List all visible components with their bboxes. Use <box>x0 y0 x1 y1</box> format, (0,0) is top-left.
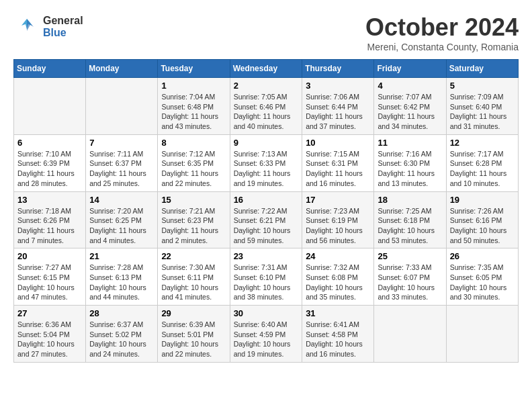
day-info: Sunrise: 7:33 AM Sunset: 6:07 PM Dayligh… <box>378 263 442 302</box>
day-number: 7 <box>89 138 154 148</box>
logo-blue-text: Blue <box>43 27 83 39</box>
calendar-cell: 21Sunrise: 7:28 AM Sunset: 6:13 PM Dayli… <box>86 248 158 306</box>
day-info: Sunrise: 7:10 AM Sunset: 6:39 PM Dayligh… <box>17 149 82 189</box>
calendar-cell: 15Sunrise: 7:21 AM Sunset: 6:23 PM Dayli… <box>158 191 230 248</box>
week-row-1: 1Sunrise: 7:04 AM Sunset: 6:48 PM Daylig… <box>14 78 519 135</box>
header-day-thursday: Thursday <box>302 60 374 78</box>
day-number: 3 <box>306 81 370 91</box>
day-number: 2 <box>234 81 299 91</box>
day-info: Sunrise: 6:37 AM Sunset: 5:02 PM Dayligh… <box>89 320 154 359</box>
calendar-cell: 27Sunrise: 6:36 AM Sunset: 5:04 PM Dayli… <box>14 306 86 363</box>
header-day-friday: Friday <box>374 60 446 78</box>
day-number: 23 <box>234 251 299 261</box>
day-number: 21 <box>89 251 154 261</box>
calendar-cell: 14Sunrise: 7:20 AM Sunset: 6:25 PM Dayli… <box>86 191 158 248</box>
day-number: 5 <box>450 81 515 91</box>
day-info: Sunrise: 7:23 AM Sunset: 6:19 PM Dayligh… <box>306 206 370 246</box>
day-info: Sunrise: 7:15 AM Sunset: 6:31 PM Dayligh… <box>306 149 370 189</box>
day-number: 24 <box>306 251 370 261</box>
week-row-5: 27Sunrise: 6:36 AM Sunset: 5:04 PM Dayli… <box>14 306 519 363</box>
page-header: General Blue October 2024 Mereni, Consta… <box>13 13 519 52</box>
calendar-cell: 9Sunrise: 7:13 AM Sunset: 6:33 PM Daylig… <box>230 134 302 191</box>
week-row-2: 6Sunrise: 7:10 AM Sunset: 6:39 PM Daylig… <box>14 134 519 191</box>
calendar-cell: 12Sunrise: 7:17 AM Sunset: 6:28 PM Dayli… <box>446 134 518 191</box>
day-number: 27 <box>17 308 82 318</box>
calendar-cell: 10Sunrise: 7:15 AM Sunset: 6:31 PM Dayli… <box>302 134 374 191</box>
day-info: Sunrise: 7:17 AM Sunset: 6:28 PM Dayligh… <box>450 149 515 189</box>
calendar-body: 1Sunrise: 7:04 AM Sunset: 6:48 PM Daylig… <box>14 78 519 363</box>
day-info: Sunrise: 7:35 AM Sunset: 6:05 PM Dayligh… <box>450 263 515 302</box>
day-number: 10 <box>306 138 370 148</box>
title-section: October 2024 Mereni, Constanta County, R… <box>365 13 519 52</box>
calendar-cell: 26Sunrise: 7:35 AM Sunset: 6:05 PM Dayli… <box>446 248 518 306</box>
calendar-cell: 22Sunrise: 7:30 AM Sunset: 6:11 PM Dayli… <box>158 248 230 306</box>
day-info: Sunrise: 6:41 AM Sunset: 4:58 PM Dayligh… <box>306 320 370 359</box>
day-info: Sunrise: 7:07 AM Sunset: 6:42 PM Dayligh… <box>378 92 442 132</box>
calendar-cell: 13Sunrise: 7:18 AM Sunset: 6:26 PM Dayli… <box>14 191 86 248</box>
header-row: SundayMondayTuesdayWednesdayThursdayFrid… <box>14 60 519 78</box>
day-info: Sunrise: 7:09 AM Sunset: 6:40 PM Dayligh… <box>450 92 515 132</box>
day-info: Sunrise: 7:04 AM Sunset: 6:48 PM Dayligh… <box>161 92 226 132</box>
day-info: Sunrise: 7:13 AM Sunset: 6:33 PM Dayligh… <box>234 149 299 189</box>
day-info: Sunrise: 7:22 AM Sunset: 6:21 PM Dayligh… <box>234 206 299 246</box>
day-info: Sunrise: 7:18 AM Sunset: 6:26 PM Dayligh… <box>17 206 82 246</box>
calendar-cell: 11Sunrise: 7:16 AM Sunset: 6:30 PM Dayli… <box>374 134 446 191</box>
day-info: Sunrise: 7:32 AM Sunset: 6:08 PM Dayligh… <box>306 263 370 302</box>
calendar-cell: 6Sunrise: 7:10 AM Sunset: 6:39 PM Daylig… <box>14 134 86 191</box>
day-number: 30 <box>234 308 299 318</box>
day-number: 4 <box>378 81 442 91</box>
day-number: 19 <box>450 195 515 205</box>
calendar-cell: 7Sunrise: 7:11 AM Sunset: 6:37 PM Daylig… <box>86 134 158 191</box>
calendar-cell: 28Sunrise: 6:37 AM Sunset: 5:02 PM Dayli… <box>86 306 158 363</box>
logo-label: General Blue <box>43 15 83 38</box>
day-info: Sunrise: 7:20 AM Sunset: 6:25 PM Dayligh… <box>89 206 154 246</box>
day-info: Sunrise: 7:11 AM Sunset: 6:37 PM Dayligh… <box>89 149 154 189</box>
day-info: Sunrise: 7:16 AM Sunset: 6:30 PM Dayligh… <box>378 149 442 189</box>
month-title: October 2024 <box>365 13 519 42</box>
header-day-wednesday: Wednesday <box>230 60 302 78</box>
logo-icon <box>13 13 40 40</box>
header-day-saturday: Saturday <box>446 60 518 78</box>
day-number: 14 <box>89 195 154 205</box>
calendar-cell: 4Sunrise: 7:07 AM Sunset: 6:42 PM Daylig… <box>374 78 446 135</box>
day-info: Sunrise: 7:21 AM Sunset: 6:23 PM Dayligh… <box>161 206 226 246</box>
day-number: 1 <box>161 81 226 91</box>
logo: General Blue <box>13 13 83 40</box>
day-number: 31 <box>306 308 370 318</box>
calendar-cell: 2Sunrise: 7:05 AM Sunset: 6:46 PM Daylig… <box>230 78 302 135</box>
day-info: Sunrise: 7:25 AM Sunset: 6:18 PM Dayligh… <box>378 206 442 246</box>
day-number: 8 <box>161 138 226 148</box>
calendar-cell: 1Sunrise: 7:04 AM Sunset: 6:48 PM Daylig… <box>158 78 230 135</box>
day-number: 26 <box>450 251 515 261</box>
calendar-cell: 16Sunrise: 7:22 AM Sunset: 6:21 PM Dayli… <box>230 191 302 248</box>
day-number: 11 <box>378 138 442 148</box>
week-row-3: 13Sunrise: 7:18 AM Sunset: 6:26 PM Dayli… <box>14 191 519 248</box>
header-day-tuesday: Tuesday <box>158 60 230 78</box>
header-day-sunday: Sunday <box>14 60 86 78</box>
calendar-cell: 24Sunrise: 7:32 AM Sunset: 6:08 PM Dayli… <box>302 248 374 306</box>
calendar-cell: 17Sunrise: 7:23 AM Sunset: 6:19 PM Dayli… <box>302 191 374 248</box>
day-number: 18 <box>378 195 442 205</box>
calendar-cell: 18Sunrise: 7:25 AM Sunset: 6:18 PM Dayli… <box>374 191 446 248</box>
week-row-4: 20Sunrise: 7:27 AM Sunset: 6:15 PM Dayli… <box>14 248 519 306</box>
day-info: Sunrise: 7:12 AM Sunset: 6:35 PM Dayligh… <box>161 149 226 189</box>
day-info: Sunrise: 6:39 AM Sunset: 5:01 PM Dayligh… <box>161 320 226 359</box>
calendar-cell: 31Sunrise: 6:41 AM Sunset: 4:58 PM Dayli… <box>302 306 374 363</box>
calendar-cell: 19Sunrise: 7:26 AM Sunset: 6:16 PM Dayli… <box>446 191 518 248</box>
calendar-cell <box>446 306 518 363</box>
day-info: Sunrise: 6:40 AM Sunset: 4:59 PM Dayligh… <box>234 320 299 359</box>
day-info: Sunrise: 7:27 AM Sunset: 6:15 PM Dayligh… <box>17 263 82 302</box>
calendar-cell: 5Sunrise: 7:09 AM Sunset: 6:40 PM Daylig… <box>446 78 518 135</box>
calendar-cell: 8Sunrise: 7:12 AM Sunset: 6:35 PM Daylig… <box>158 134 230 191</box>
calendar-header: SundayMondayTuesdayWednesdayThursdayFrid… <box>14 60 519 78</box>
calendar-cell <box>374 306 446 363</box>
day-info: Sunrise: 7:05 AM Sunset: 6:46 PM Dayligh… <box>234 92 299 132</box>
day-number: 25 <box>378 251 442 261</box>
calendar-cell: 3Sunrise: 7:06 AM Sunset: 6:44 PM Daylig… <box>302 78 374 135</box>
day-number: 28 <box>89 308 154 318</box>
day-number: 6 <box>17 138 82 148</box>
day-info: Sunrise: 6:36 AM Sunset: 5:04 PM Dayligh… <box>17 320 82 359</box>
calendar-cell <box>14 78 86 135</box>
calendar-cell: 29Sunrise: 6:39 AM Sunset: 5:01 PM Dayli… <box>158 306 230 363</box>
day-info: Sunrise: 7:06 AM Sunset: 6:44 PM Dayligh… <box>306 92 370 132</box>
